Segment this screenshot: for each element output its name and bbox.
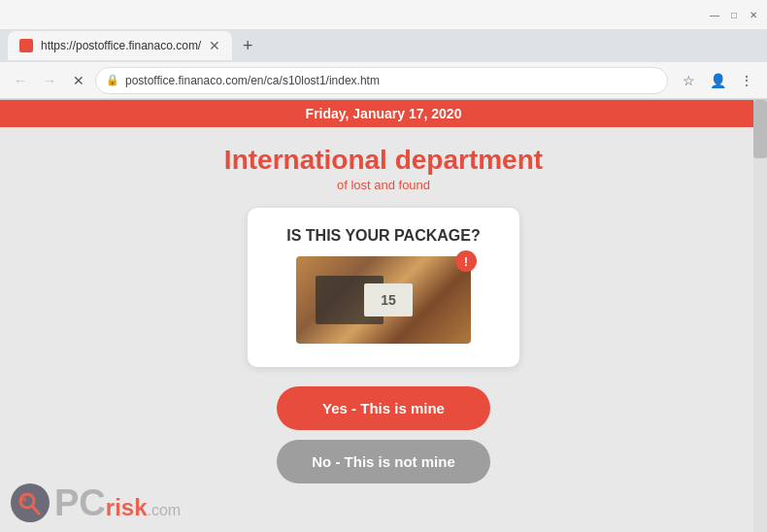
page-content: Friday, January 17, 2020 International d… bbox=[0, 100, 767, 532]
page-title: International department bbox=[224, 145, 543, 176]
menu-button[interactable]: ⋮ bbox=[734, 68, 759, 93]
notification-badge: ! bbox=[455, 250, 477, 272]
svg-line-2 bbox=[32, 506, 39, 514]
no-button[interactable]: No - This is not mine bbox=[277, 440, 490, 483]
watermark-text-group: PCrisk.com bbox=[54, 484, 181, 521]
back-button[interactable]: ← bbox=[8, 68, 33, 93]
package-image bbox=[296, 256, 471, 344]
new-tab-button[interactable]: + bbox=[236, 34, 259, 57]
window-controls: — □ ✕ bbox=[709, 9, 759, 20]
lock-icon: 🔒 bbox=[106, 74, 119, 86]
svg-point-0 bbox=[11, 483, 50, 522]
profile-button[interactable]: 👤 bbox=[705, 68, 730, 93]
refresh-button[interactable]: ✕ bbox=[66, 68, 91, 93]
tab-title: https://postoffice.finanaco.com/ bbox=[41, 39, 201, 52]
bookmark-button[interactable]: ☆ bbox=[676, 68, 701, 93]
risk-text: risk bbox=[106, 494, 148, 520]
pcrisk-logo bbox=[10, 482, 50, 523]
address-bar[interactable]: 🔒 postoffice.finanaco.com/en/ca/s10lost1… bbox=[95, 67, 668, 94]
scrollbar-thumb[interactable] bbox=[753, 100, 767, 158]
com-text: .com bbox=[148, 502, 182, 518]
nav-bar: ← → ✕ 🔒 postoffice.finanaco.com/en/ca/s1… bbox=[0, 62, 767, 99]
url-text: postoffice.finanaco.com/en/ca/s10lost1/i… bbox=[125, 74, 380, 87]
yes-button[interactable]: Yes - This is mine bbox=[277, 386, 490, 430]
tab-favicon bbox=[19, 39, 33, 52]
active-tab[interactable]: https://postoffice.finanaco.com/ ✕ bbox=[8, 31, 232, 60]
scrollbar[interactable] bbox=[753, 100, 767, 532]
package-image-container: ! bbox=[296, 256, 471, 344]
date-banner: Friday, January 17, 2020 bbox=[0, 100, 767, 127]
close-button[interactable]: ✕ bbox=[748, 9, 759, 20]
title-bar: — □ ✕ bbox=[0, 0, 767, 29]
date-text: Friday, January 17, 2020 bbox=[306, 106, 462, 121]
svg-point-1 bbox=[20, 494, 34, 508]
maximize-button[interactable]: □ bbox=[728, 9, 740, 20]
page-subtitle: of lost and found bbox=[337, 178, 430, 192]
package-question: IS THIS YOUR PACKAGE? bbox=[267, 227, 500, 245]
nav-right-controls: ☆ 👤 ⋮ bbox=[676, 68, 759, 93]
watermark: PCrisk.com bbox=[10, 482, 181, 523]
svg-point-3 bbox=[20, 496, 26, 502]
forward-button[interactable]: → bbox=[37, 68, 62, 93]
pc-text: PC bbox=[54, 482, 106, 523]
tab-bar: https://postoffice.finanaco.com/ ✕ + bbox=[0, 29, 767, 62]
minimize-button[interactable]: — bbox=[709, 9, 720, 20]
tab-close-button[interactable]: ✕ bbox=[209, 38, 220, 53]
browser-chrome: — □ ✕ https://postoffice.finanaco.com/ ✕… bbox=[0, 0, 767, 100]
package-card: IS THIS YOUR PACKAGE? ! bbox=[248, 208, 519, 367]
